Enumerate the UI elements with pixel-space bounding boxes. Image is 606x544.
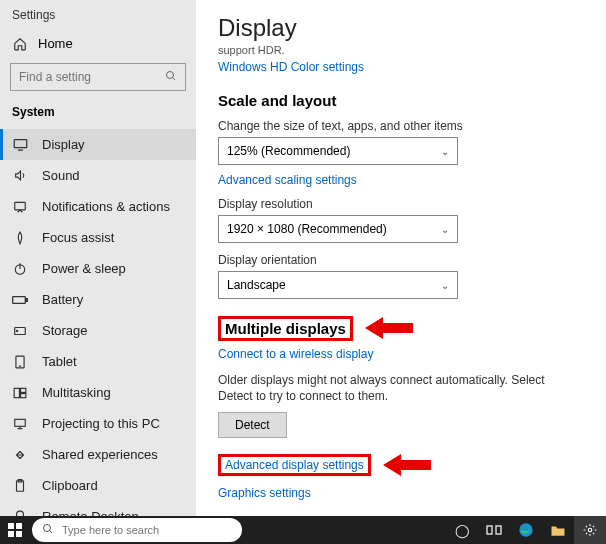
sidebar-item-notifications[interactable]: Notifications & actions <box>0 191 196 222</box>
sidebar-item-sound[interactable]: Sound <box>0 160 196 191</box>
svg-rect-15 <box>21 388 26 392</box>
scale-value: 125% (Recommended) <box>227 144 350 158</box>
task-view-icon[interactable] <box>478 516 510 544</box>
start-button[interactable] <box>0 516 30 544</box>
svg-point-0 <box>167 71 174 78</box>
svg-rect-30 <box>496 526 501 534</box>
arrow-annotation <box>383 452 431 478</box>
sidebar-item-label: Power & sleep <box>42 261 126 276</box>
svg-rect-9 <box>26 298 27 301</box>
sidebar-item-battery[interactable]: Battery <box>0 284 196 315</box>
orientation-dropdown[interactable]: Landscape ⌄ <box>218 271 458 299</box>
chevron-down-icon: ⌄ <box>441 280 449 291</box>
storage-icon <box>12 324 28 338</box>
svg-line-1 <box>173 77 176 80</box>
sidebar-item-label: Projecting to this PC <box>42 416 160 431</box>
chevron-down-icon: ⌄ <box>441 224 449 235</box>
sidebar-item-multitasking[interactable]: Multitasking <box>0 377 196 408</box>
sidebar-item-label: Display <box>42 137 85 152</box>
wireless-display-link[interactable]: Connect to a wireless display <box>218 347 373 361</box>
svg-point-32 <box>588 528 592 532</box>
sidebar-item-label: Battery <box>42 292 83 307</box>
resolution-value: 1920 × 1080 (Recommended) <box>227 222 387 236</box>
svg-point-31 <box>519 523 532 536</box>
main-content: Display support HDR. Windows HD Color se… <box>200 0 606 516</box>
find-setting-input[interactable] <box>19 70 159 84</box>
notifications-icon <box>12 200 28 214</box>
app-title: Settings <box>0 0 196 28</box>
settings-icon[interactable] <box>574 516 606 544</box>
sidebar-item-display[interactable]: Display <box>0 129 196 160</box>
sidebar-item-power-sleep[interactable]: Power & sleep <box>0 253 196 284</box>
scale-layout-heading: Scale and layout <box>218 92 590 109</box>
sidebar-item-label: Focus assist <box>42 230 114 245</box>
scale-label: Change the size of text, apps, and other… <box>218 119 590 133</box>
projecting-icon <box>12 417 28 431</box>
search-icon <box>165 70 177 85</box>
sidebar-item-projecting[interactable]: Projecting to this PC <box>0 408 196 439</box>
sidebar-item-clipboard[interactable]: Clipboard <box>0 470 196 501</box>
svg-rect-23 <box>8 523 14 529</box>
search-icon <box>42 523 54 538</box>
focus-icon <box>12 231 28 245</box>
battery-icon <box>12 295 28 305</box>
page-title: Display <box>218 14 590 42</box>
svg-rect-29 <box>487 526 492 534</box>
hdr-subtitle: support HDR. <box>218 44 590 56</box>
svg-rect-14 <box>14 388 19 397</box>
section-label: System <box>0 101 196 129</box>
chevron-down-icon: ⌄ <box>441 146 449 157</box>
svg-rect-24 <box>16 523 22 529</box>
graphics-settings-link[interactable]: Graphics settings <box>218 486 311 500</box>
sidebar-item-label: Remote Desktop <box>42 509 139 516</box>
svg-point-27 <box>44 524 51 531</box>
sidebar-item-label: Sound <box>42 168 80 183</box>
cortana-icon[interactable]: ◯ <box>446 516 478 544</box>
svg-line-28 <box>50 530 53 533</box>
multiple-displays-heading: Multiple displays <box>225 320 346 337</box>
advanced-scaling-link[interactable]: Advanced scaling settings <box>218 173 357 187</box>
file-explorer-icon[interactable] <box>542 516 574 544</box>
sidebar-item-label: Notifications & actions <box>42 199 170 214</box>
sidebar-item-remote-desktop[interactable]: Remote Desktop <box>0 501 196 516</box>
svg-rect-16 <box>21 393 26 397</box>
sidebar-item-label: Clipboard <box>42 478 98 493</box>
sound-icon <box>12 169 28 182</box>
home-label: Home <box>38 36 73 51</box>
sidebar-item-focus-assist[interactable]: Focus assist <box>0 222 196 253</box>
svg-point-11 <box>17 330 18 331</box>
sidebar-item-label: Multitasking <box>42 385 111 400</box>
detect-button[interactable]: Detect <box>218 412 287 438</box>
sidebar-item-label: Storage <box>42 323 88 338</box>
sidebar-item-shared-experiences[interactable]: Shared experiences <box>0 439 196 470</box>
arrow-annotation <box>365 315 413 341</box>
svg-marker-22 <box>383 454 431 476</box>
sidebar-item-tablet[interactable]: Tablet <box>0 346 196 377</box>
hd-color-link[interactable]: Windows HD Color settings <box>218 60 364 74</box>
home-nav[interactable]: Home <box>0 28 196 59</box>
multitasking-icon <box>12 386 28 400</box>
resolution-dropdown[interactable]: 1920 × 1080 (Recommended) ⌄ <box>218 215 458 243</box>
highlight-box: Multiple displays <box>218 316 353 341</box>
sidebar-item-storage[interactable]: Storage <box>0 315 196 346</box>
shared-icon <box>12 448 28 462</box>
edge-icon[interactable] <box>510 516 542 544</box>
svg-rect-26 <box>16 531 22 537</box>
svg-marker-21 <box>365 317 413 339</box>
orientation-value: Landscape <box>227 278 286 292</box>
svg-marker-4 <box>15 171 20 180</box>
advanced-display-link[interactable]: Advanced display settings <box>225 458 364 472</box>
tablet-icon <box>12 355 28 369</box>
scale-dropdown[interactable]: 125% (Recommended) ⌄ <box>218 137 458 165</box>
svg-rect-2 <box>14 140 27 148</box>
taskbar-search-input[interactable] <box>62 524 222 536</box>
older-displays-text: Older displays might not always connect … <box>218 373 578 404</box>
taskbar-search[interactable] <box>32 518 242 542</box>
svg-rect-8 <box>13 296 26 303</box>
svg-rect-17 <box>15 419 26 426</box>
clipboard-icon <box>12 479 28 493</box>
find-setting-search[interactable] <box>10 63 186 91</box>
sidebar-item-label: Tablet <box>42 354 77 369</box>
resolution-label: Display resolution <box>218 197 590 211</box>
orientation-label: Display orientation <box>218 253 590 267</box>
